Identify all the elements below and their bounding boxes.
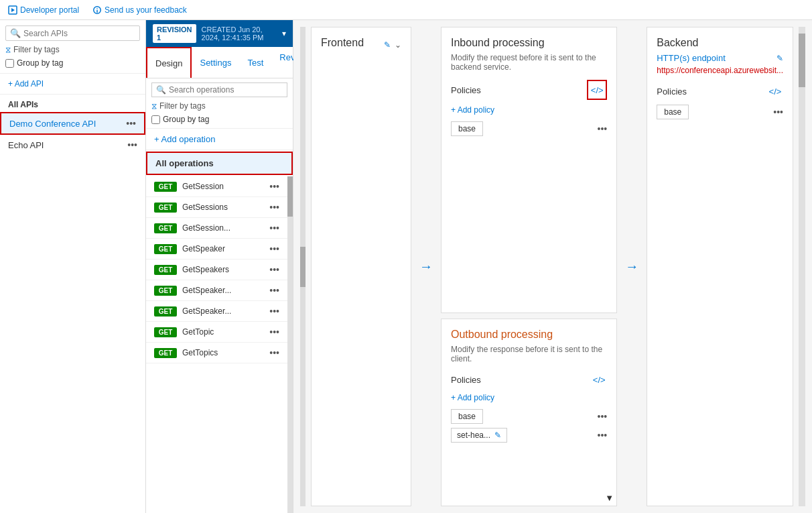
op-item-getspeakertopics[interactable]: GET GetSpeaker... ••• — [146, 301, 287, 322]
http-endpoint-label: HTTP(s) endpoint — [657, 53, 726, 63]
outbound-code-icon-button[interactable]: </> — [591, 372, 607, 388]
op-name: GetSpeakers — [182, 265, 264, 274]
inbound-code-icon-button[interactable]: </> — [587, 80, 607, 100]
feedback-link[interactable]: Send us your feedback — [92, 5, 187, 15]
ops-scroll-container: GET GetSession ••• GET GetSessions ••• G… — [146, 176, 293, 513]
top-bar: Developer portal Send us your feedback — [0, 0, 812, 20]
backend-edit-icon[interactable]: ✎ — [776, 54, 783, 63]
op-badge: GET — [154, 286, 177, 296]
outbound-title: Outbound processing — [451, 329, 607, 341]
revision-date: CREATED Jun 20, 2024, 12:41:35 PM — [202, 25, 274, 42]
ops-filter-label: Filter by tags — [159, 101, 206, 111]
filter-row: ⧖ Filter by tags — [5, 44, 140, 56]
op-badge: GET — [154, 306, 177, 317]
code-icon: </> — [769, 87, 782, 97]
api-item-demo[interactable]: Demo Conference API ••• — [0, 112, 145, 135]
outbound-policies-label: Policies — [451, 375, 481, 385]
op-name: GetSession — [182, 182, 264, 191]
op-dots[interactable]: ••• — [269, 347, 279, 358]
backend-code-icon-button[interactable]: </> — [767, 83, 783, 99]
op-item-gettopics[interactable]: GET GetTopics ••• — [146, 343, 287, 363]
api-search-input[interactable] — [23, 29, 135, 38]
op-dots[interactable]: ••• — [269, 223, 279, 233]
all-apis-label: All APIs — [0, 95, 145, 112]
frontend-chevron-icon[interactable]: ⌄ — [395, 40, 401, 50]
op-dots[interactable]: ••• — [269, 181, 279, 192]
group-label: Group by tag — [17, 58, 63, 68]
sidebar-search-area: 🔍 ⧖ Filter by tags Group by tag — [0, 20, 145, 74]
frontend-panel: Frontend ✎ ⌄ — [311, 27, 411, 506]
op-name: GetSpeaker... — [182, 286, 264, 295]
outbound-add-policy-button[interactable]: + Add policy — [451, 393, 607, 402]
api-item-dots[interactable]: ••• — [126, 118, 136, 129]
group-by-tag-checkbox[interactable] — [5, 59, 14, 68]
inbound-policy-dots[interactable]: ••• — [598, 123, 608, 134]
op-item-getsessiontopics[interactable]: GET GetSession... ••• — [146, 218, 287, 239]
outbound-base-dots[interactable]: ••• — [598, 411, 608, 422]
ops-group-checkbox[interactable] — [151, 115, 160, 124]
add-operation-button[interactable]: + Add operation — [146, 129, 293, 150]
set-header-label: set-hea... — [457, 431, 490, 440]
right-area: Frontend ✎ ⌄ → Inbound processing Modify… — [293, 20, 812, 513]
inbound-outbound-col: Inbound processing Modify the request be… — [441, 27, 617, 506]
dev-portal-link[interactable]: Developer portal — [8, 5, 79, 15]
right-scroll-thumb[interactable] — [799, 34, 805, 87]
op-dots[interactable]: ••• — [269, 202, 279, 213]
op-name: GetSpeaker — [182, 244, 264, 253]
op-item-getspeakersessions[interactable]: GET GetSpeaker... ••• — [146, 280, 287, 301]
backend-link[interactable]: https://conferenceapi.azurewebsit... — [657, 66, 783, 75]
op-dots[interactable]: ••• — [269, 243, 279, 254]
frontend-edit-icon[interactable]: ✎ — [384, 40, 391, 50]
right-scrollbar[interactable] — [799, 27, 805, 506]
ops-list: GET GetSession ••• GET GetSessions ••• G… — [146, 176, 287, 513]
frontend-title: Frontend — [321, 37, 364, 49]
backend-policies-label: Policies — [657, 87, 687, 97]
api-item-echo[interactable]: Echo API ••• — [0, 135, 145, 155]
ops-scrollbar[interactable] — [287, 176, 293, 513]
code-icon: </> — [591, 85, 604, 95]
arrow-right-2: → — [622, 259, 641, 274]
op-item-gettopic[interactable]: GET GetTopic ••• — [146, 322, 287, 343]
outbound-policy-base-row: base ••• — [451, 409, 607, 424]
op-badge: GET — [154, 265, 177, 275]
op-dots[interactable]: ••• — [269, 264, 279, 275]
backend-title: Backend — [657, 37, 783, 49]
inbound-base-tag[interactable]: base — [451, 121, 483, 136]
tab-design[interactable]: Design — [146, 47, 192, 78]
outbound-set-header-tag[interactable]: set-hea... ✎ — [451, 428, 507, 443]
op-item-getspeakers[interactable]: GET GetSpeakers ••• — [146, 260, 287, 280]
group-row: Group by tag — [5, 58, 140, 68]
outbound-desc: Modify the response before it is sent to… — [451, 345, 607, 363]
ops-search-icon: 🔍 — [156, 85, 166, 95]
tab-settings[interactable]: Settings — [192, 47, 239, 78]
op-item-getspeaker[interactable]: GET GetSpeaker ••• — [146, 239, 287, 260]
op-dots[interactable]: ••• — [269, 285, 279, 296]
op-badge: GET — [154, 223, 177, 233]
set-header-edit-icon[interactable]: ✎ — [494, 431, 501, 440]
backend-base-tag[interactable]: base — [657, 105, 689, 119]
inbound-add-policy-button[interactable]: + Add policy — [451, 105, 607, 115]
add-api-button[interactable]: + Add API — [0, 74, 145, 95]
op-item-getsession[interactable]: GET GetSession ••• — [146, 176, 287, 197]
outbound-base-tag[interactable]: base — [451, 409, 483, 424]
inbound-title: Inbound processing — [451, 37, 607, 49]
outbound-setheader-dots[interactable]: ••• — [598, 430, 608, 441]
all-operations-item[interactable]: All operations — [146, 152, 293, 175]
api-item-dots[interactable]: ••• — [127, 139, 137, 150]
op-dots[interactable]: ••• — [269, 327, 279, 337]
main-cols: Frontend ✎ ⌄ → Inbound processing Modify… — [293, 20, 812, 513]
outbound-scroll-down-icon[interactable]: ▼ — [605, 493, 614, 503]
tab-test[interactable]: Test — [239, 47, 271, 78]
ops-scroll-thumb[interactable] — [287, 176, 293, 217]
op-name: GetTopic — [182, 327, 264, 337]
op-badge: GET — [154, 203, 177, 213]
op-item-getsessions[interactable]: GET GetSessions ••• — [146, 197, 287, 218]
arrow-right-1: → — [417, 259, 435, 274]
ops-search-area: 🔍 ⧖ Filter by tags Group by tag — [146, 78, 293, 129]
middle-panel: REVISION 1 CREATED Jun 20, 2024, 12:41:3… — [146, 20, 293, 513]
op-dots[interactable]: ••• — [269, 306, 279, 317]
filter-icon: ⧖ — [5, 45, 11, 54]
ops-search-input[interactable] — [169, 85, 283, 95]
revision-dropdown-icon[interactable]: ▾ — [282, 29, 286, 38]
backend-policy-dots[interactable]: ••• — [773, 107, 783, 117]
